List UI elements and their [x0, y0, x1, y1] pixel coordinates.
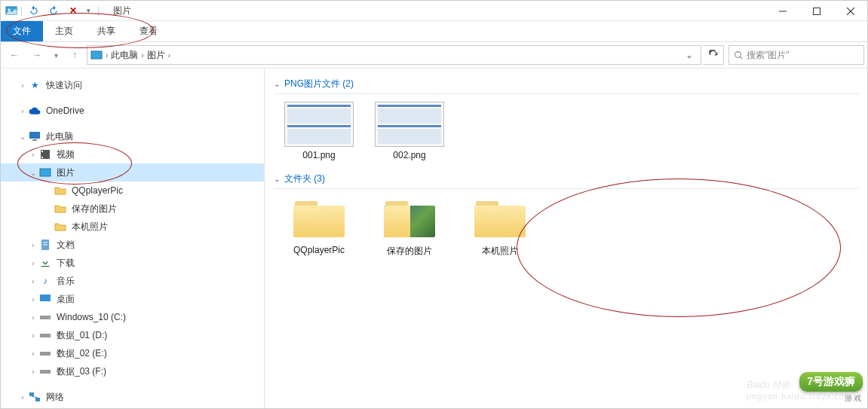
- qat-separator: |: [20, 5, 23, 16]
- file-view: ⌄ PNG图片文件 (2) 001.png 002.png ⌄ 文件夹 (3) …: [265, 69, 867, 408]
- music-icon: ♪: [38, 274, 52, 288]
- qat-separator2: |: [97, 5, 100, 16]
- address-icon: [90, 49, 103, 61]
- desktop-icon: [38, 292, 52, 306]
- picture-icon: [38, 166, 52, 179]
- chevron-down-icon[interactable]: ⌄: [17, 133, 28, 141]
- nav-forward-button[interactable]: →: [26, 44, 48, 66]
- navigation-tree: › ★ 快速访问 › OneDrive ⌄ 此电脑 › 视频 ⌄ 图片: [1, 69, 265, 408]
- folder-item[interactable]: 保存的图片: [372, 197, 447, 258]
- search-input[interactable]: 搜索"图片": [728, 45, 864, 65]
- sidebar-item-qqplayerpic[interactable]: QQplayerPic: [1, 182, 264, 200]
- svg-rect-24: [29, 392, 34, 396]
- app-icon: [5, 5, 17, 17]
- svg-rect-9: [29, 132, 40, 139]
- sidebar-item-drive-d[interactable]: › 数据_01 (D:): [1, 326, 264, 344]
- svg-rect-13: [41, 157, 43, 158]
- folder-icon: [292, 197, 346, 242]
- undo-button[interactable]: [26, 2, 42, 19]
- svg-rect-25: [35, 398, 40, 401]
- image-thumbnail: [375, 102, 444, 147]
- sidebar-item-this-pc[interactable]: ⌄ 此电脑: [1, 127, 264, 145]
- sidebar-item-quick-access[interactable]: › ★ 快速访问: [1, 76, 264, 94]
- chevron-down-icon: ⌄: [274, 80, 280, 88]
- sidebar-item-videos[interactable]: › 视频: [1, 145, 264, 163]
- sidebar-item-desktop[interactable]: › 桌面: [1, 290, 264, 308]
- nav-back-button[interactable]: ←: [4, 44, 25, 66]
- monitor-icon: [28, 130, 41, 143]
- folder-item[interactable]: 本机照片: [462, 197, 538, 258]
- svg-rect-23: [40, 370, 51, 374]
- crumb-pictures[interactable]: 图片: [144, 49, 168, 62]
- folder-icon: [54, 184, 67, 197]
- file-item[interactable]: 002.png: [372, 102, 447, 160]
- svg-rect-21: [40, 334, 51, 337]
- file-item[interactable]: 001.png: [281, 102, 357, 160]
- group-header-folders[interactable]: ⌄ 文件夹 (3): [274, 169, 858, 189]
- drive-icon: [38, 328, 52, 342]
- svg-point-7: [735, 51, 741, 57]
- download-icon: [38, 256, 52, 270]
- sidebar-item-drive-f[interactable]: › 数据_03 (F:): [1, 362, 264, 380]
- chevron-down-icon[interactable]: ⌄: [28, 169, 38, 177]
- sidebar-item-onedrive[interactable]: › OneDrive: [1, 102, 264, 120]
- film-icon: [38, 148, 52, 161]
- svg-rect-22: [40, 352, 51, 356]
- sidebar-item-downloads[interactable]: › 下载: [1, 254, 264, 272]
- qat-dropdown[interactable]: ▾: [84, 7, 93, 14]
- chevron-right-icon[interactable]: ›: [17, 81, 28, 90]
- drive-icon: [38, 346, 52, 360]
- delete-button[interactable]: ✕: [65, 2, 81, 19]
- tab-share[interactable]: 共享: [85, 21, 127, 41]
- sidebar-item-camera-roll[interactable]: 本机照片: [1, 218, 264, 236]
- svg-rect-18: [40, 295, 51, 301]
- maximize-button[interactable]: [799, 1, 833, 21]
- folder-icon: [473, 197, 527, 242]
- folder-icon: [54, 202, 67, 215]
- address-bar[interactable]: › 此电脑 › 图片 › ⌄: [87, 45, 701, 65]
- svg-rect-10: [32, 139, 37, 141]
- tab-view[interactable]: 查看: [127, 21, 170, 41]
- document-icon: [38, 238, 52, 252]
- network-icon: [28, 390, 41, 404]
- search-icon: [734, 50, 744, 60]
- svg-rect-12: [41, 151, 43, 152]
- window-title: 图片: [113, 5, 131, 17]
- svg-rect-14: [40, 169, 51, 176]
- star-icon: ★: [28, 78, 41, 92]
- search-placeholder: 搜索"图片": [747, 49, 790, 62]
- tab-home[interactable]: 主页: [43, 21, 85, 41]
- group-header-png[interactable]: ⌄ PNG图片文件 (2): [274, 75, 858, 94]
- tab-file[interactable]: 文件: [1, 21, 43, 41]
- chevron-down-icon: ⌄: [274, 175, 280, 183]
- close-button[interactable]: [833, 1, 867, 21]
- svg-rect-3: [813, 8, 820, 14]
- nav-history-dropdown[interactable]: ▾: [49, 44, 63, 66]
- svg-point-20: [48, 317, 49, 319]
- redo-button[interactable]: [45, 2, 62, 19]
- drive-icon: [38, 310, 52, 324]
- sidebar-item-drive-e[interactable]: › 数据_02 (E:): [1, 344, 264, 362]
- image-thumbnail: [284, 102, 354, 147]
- drive-icon: [38, 365, 52, 378]
- refresh-button[interactable]: [703, 45, 724, 65]
- sidebar-item-music[interactable]: › ♪ 音乐: [1, 272, 264, 290]
- nav-up-button[interactable]: ↑: [64, 44, 85, 66]
- sidebar-item-documents[interactable]: › 文档: [1, 236, 264, 254]
- crumb-chevron-icon[interactable]: ›: [168, 51, 170, 60]
- folder-item[interactable]: QQplayerPic: [281, 197, 357, 258]
- svg-rect-6: [91, 51, 102, 59]
- folder-icon: [382, 197, 437, 242]
- address-dropdown-icon[interactable]: ⌄: [681, 50, 698, 60]
- sidebar-item-pictures[interactable]: ⌄ 图片: [1, 163, 264, 182]
- crumb-this-pc[interactable]: 此电脑: [108, 49, 141, 62]
- sidebar-item-drive-c[interactable]: › Windows_10 (C:): [1, 308, 264, 326]
- sidebar-item-saved-pictures[interactable]: 保存的图片: [1, 200, 264, 218]
- svg-line-8: [740, 56, 742, 59]
- minimize-button[interactable]: [765, 1, 799, 21]
- cloud-icon: [28, 104, 41, 118]
- svg-line-26: [32, 396, 38, 398]
- sidebar-item-network[interactable]: › 网络: [1, 388, 264, 406]
- folder-icon: [54, 220, 67, 233]
- chevron-right-icon[interactable]: ›: [17, 107, 28, 115]
